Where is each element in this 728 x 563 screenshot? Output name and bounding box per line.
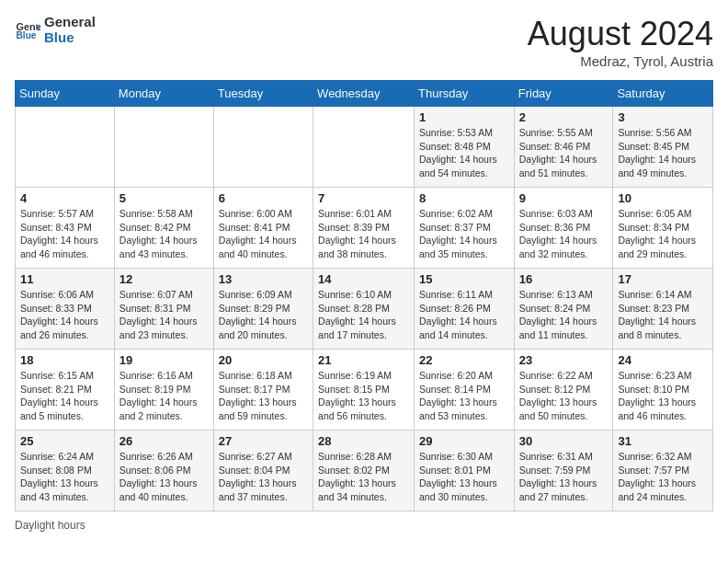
day-info: Sunrise: 6:18 AM Sunset: 8:17 PM Dayligh…: [219, 369, 308, 423]
calendar-week-row: 4Sunrise: 5:57 AM Sunset: 8:43 PM Daylig…: [16, 188, 713, 269]
day-info: Sunrise: 6:15 AM Sunset: 8:21 PM Dayligh…: [20, 369, 109, 423]
day-info: Sunrise: 5:53 AM Sunset: 8:48 PM Dayligh…: [419, 126, 509, 180]
calendar-week-row: 25Sunrise: 6:24 AM Sunset: 8:08 PM Dayli…: [16, 431, 713, 511]
calendar-day-cell: 10Sunrise: 6:05 AM Sunset: 8:34 PM Dayli…: [613, 188, 713, 269]
svg-text:Blue: Blue: [17, 30, 37, 40]
day-number: 22: [419, 353, 509, 367]
day-number: 20: [219, 353, 308, 367]
day-info: Sunrise: 6:32 AM Sunset: 7:57 PM Dayligh…: [618, 450, 708, 504]
page-header: General Blue General Blue August 2024 Me…: [15, 15, 713, 69]
day-info: Sunrise: 6:26 AM Sunset: 8:06 PM Dayligh…: [119, 450, 209, 504]
calendar-day-cell: 6Sunrise: 6:00 AM Sunset: 8:41 PM Daylig…: [213, 188, 313, 269]
calendar-day-cell: 20Sunrise: 6:18 AM Sunset: 8:17 PM Dayli…: [213, 350, 313, 431]
calendar-day-cell: 25Sunrise: 6:24 AM Sunset: 8:08 PM Dayli…: [16, 431, 115, 511]
weekday-header: Thursday: [415, 81, 515, 107]
calendar-day-cell: 27Sunrise: 6:27 AM Sunset: 8:04 PM Dayli…: [213, 431, 313, 511]
calendar-day-cell: 13Sunrise: 6:09 AM Sunset: 8:29 PM Dayli…: [213, 269, 313, 350]
day-number: 1: [419, 110, 509, 124]
day-info: Sunrise: 6:06 AM Sunset: 8:33 PM Dayligh…: [20, 288, 109, 342]
day-info: Sunrise: 5:58 AM Sunset: 8:42 PM Dayligh…: [119, 207, 209, 261]
logo-icon: General Blue: [15, 17, 40, 43]
calendar-week-row: 18Sunrise: 6:15 AM Sunset: 8:21 PM Dayli…: [16, 350, 713, 431]
daylight-label: Daylight hours: [15, 519, 85, 532]
day-info: Sunrise: 6:24 AM Sunset: 8:08 PM Dayligh…: [20, 450, 109, 504]
calendar-day-cell: 11Sunrise: 6:06 AM Sunset: 8:33 PM Dayli…: [16, 269, 115, 350]
calendar-day-cell: 23Sunrise: 6:22 AM Sunset: 8:12 PM Dayli…: [514, 350, 613, 431]
day-number: 3: [618, 110, 708, 124]
calendar-day-cell: 22Sunrise: 6:20 AM Sunset: 8:14 PM Dayli…: [415, 350, 515, 431]
day-number: 29: [419, 434, 509, 448]
weekday-header: Friday: [514, 81, 613, 107]
day-number: 28: [318, 434, 409, 448]
day-number: 16: [519, 272, 609, 286]
calendar-day-cell: 4Sunrise: 5:57 AM Sunset: 8:43 PM Daylig…: [16, 188, 115, 269]
day-info: Sunrise: 6:14 AM Sunset: 8:23 PM Dayligh…: [618, 288, 708, 342]
day-info: Sunrise: 6:22 AM Sunset: 8:12 PM Dayligh…: [519, 369, 609, 423]
month-year-title: August 2024: [528, 15, 713, 53]
day-info: Sunrise: 6:30 AM Sunset: 8:01 PM Dayligh…: [419, 450, 509, 504]
day-number: 30: [519, 434, 609, 448]
calendar-day-cell: 2Sunrise: 5:55 AM Sunset: 8:46 PM Daylig…: [514, 107, 613, 188]
day-info: Sunrise: 5:56 AM Sunset: 8:45 PM Dayligh…: [618, 126, 708, 180]
logo-blue: Blue: [44, 30, 96, 46]
calendar-day-cell: 29Sunrise: 6:30 AM Sunset: 8:01 PM Dayli…: [415, 431, 515, 511]
calendar-day-cell: 28Sunrise: 6:28 AM Sunset: 8:02 PM Dayli…: [313, 431, 415, 511]
day-number: 18: [20, 353, 109, 367]
day-number: 11: [20, 272, 109, 286]
weekday-header: Tuesday: [213, 81, 313, 107]
day-number: 2: [519, 110, 609, 124]
calendar-day-cell: 21Sunrise: 6:19 AM Sunset: 8:15 PM Dayli…: [313, 350, 415, 431]
weekday-header: Wednesday: [313, 81, 415, 107]
day-number: 5: [119, 191, 209, 205]
day-info: Sunrise: 6:19 AM Sunset: 8:15 PM Dayligh…: [318, 369, 409, 423]
calendar-day-cell: 30Sunrise: 6:31 AM Sunset: 7:59 PM Dayli…: [514, 431, 613, 511]
day-number: 9: [519, 191, 609, 205]
calendar-day-cell: 18Sunrise: 6:15 AM Sunset: 8:21 PM Dayli…: [16, 350, 115, 431]
day-number: 7: [318, 191, 409, 205]
day-info: Sunrise: 6:31 AM Sunset: 7:59 PM Dayligh…: [519, 450, 609, 504]
day-number: 31: [618, 434, 708, 448]
weekday-header: Monday: [114, 81, 213, 107]
day-number: 4: [20, 191, 109, 205]
calendar-day-cell: 1Sunrise: 5:53 AM Sunset: 8:48 PM Daylig…: [415, 107, 515, 188]
day-info: Sunrise: 6:20 AM Sunset: 8:14 PM Dayligh…: [419, 369, 509, 423]
calendar-day-cell: 3Sunrise: 5:56 AM Sunset: 8:45 PM Daylig…: [613, 107, 713, 188]
calendar-week-row: 1Sunrise: 5:53 AM Sunset: 8:48 PM Daylig…: [16, 107, 713, 188]
day-number: 8: [419, 191, 509, 205]
calendar-day-cell: 24Sunrise: 6:23 AM Sunset: 8:10 PM Dayli…: [613, 350, 713, 431]
day-info: Sunrise: 6:23 AM Sunset: 8:10 PM Dayligh…: [618, 369, 708, 423]
day-number: 19: [119, 353, 209, 367]
logo: General Blue General Blue: [15, 15, 96, 45]
day-number: 13: [219, 272, 308, 286]
day-info: Sunrise: 6:10 AM Sunset: 8:28 PM Dayligh…: [318, 288, 409, 342]
calendar-day-cell: 14Sunrise: 6:10 AM Sunset: 8:28 PM Dayli…: [313, 269, 415, 350]
day-number: 27: [219, 434, 308, 448]
calendar-footer: Daylight hours: [15, 519, 713, 532]
calendar-day-cell: 9Sunrise: 6:03 AM Sunset: 8:36 PM Daylig…: [514, 188, 613, 269]
calendar-day-cell: 15Sunrise: 6:11 AM Sunset: 8:26 PM Dayli…: [415, 269, 515, 350]
calendar-day-cell: [16, 107, 115, 188]
day-number: 6: [219, 191, 308, 205]
day-info: Sunrise: 5:55 AM Sunset: 8:46 PM Dayligh…: [519, 126, 609, 180]
day-info: Sunrise: 6:09 AM Sunset: 8:29 PM Dayligh…: [219, 288, 308, 342]
day-info: Sunrise: 6:01 AM Sunset: 8:39 PM Dayligh…: [318, 207, 409, 261]
day-number: 10: [618, 191, 708, 205]
day-number: 15: [419, 272, 509, 286]
day-number: 21: [318, 353, 409, 367]
day-info: Sunrise: 6:11 AM Sunset: 8:26 PM Dayligh…: [419, 288, 509, 342]
calendar-day-cell: 26Sunrise: 6:26 AM Sunset: 8:06 PM Dayli…: [114, 431, 213, 511]
calendar-day-cell: 19Sunrise: 6:16 AM Sunset: 8:19 PM Dayli…: [114, 350, 213, 431]
calendar-day-cell: [213, 107, 313, 188]
calendar-body: 1Sunrise: 5:53 AM Sunset: 8:48 PM Daylig…: [16, 107, 713, 511]
calendar-day-cell: 16Sunrise: 6:13 AM Sunset: 8:24 PM Dayli…: [514, 269, 613, 350]
calendar-header: SundayMondayTuesdayWednesdayThursdayFrid…: [16, 81, 713, 107]
day-number: 14: [318, 272, 409, 286]
calendar-day-cell: 8Sunrise: 6:02 AM Sunset: 8:37 PM Daylig…: [415, 188, 515, 269]
calendar-day-cell: [114, 107, 213, 188]
day-info: Sunrise: 6:27 AM Sunset: 8:04 PM Dayligh…: [219, 450, 308, 504]
day-info: Sunrise: 6:13 AM Sunset: 8:24 PM Dayligh…: [519, 288, 609, 342]
day-number: 23: [519, 353, 609, 367]
day-info: Sunrise: 6:07 AM Sunset: 8:31 PM Dayligh…: [119, 288, 209, 342]
day-info: Sunrise: 6:16 AM Sunset: 8:19 PM Dayligh…: [119, 369, 209, 423]
location-subtitle: Medraz, Tyrol, Austria: [528, 53, 713, 69]
